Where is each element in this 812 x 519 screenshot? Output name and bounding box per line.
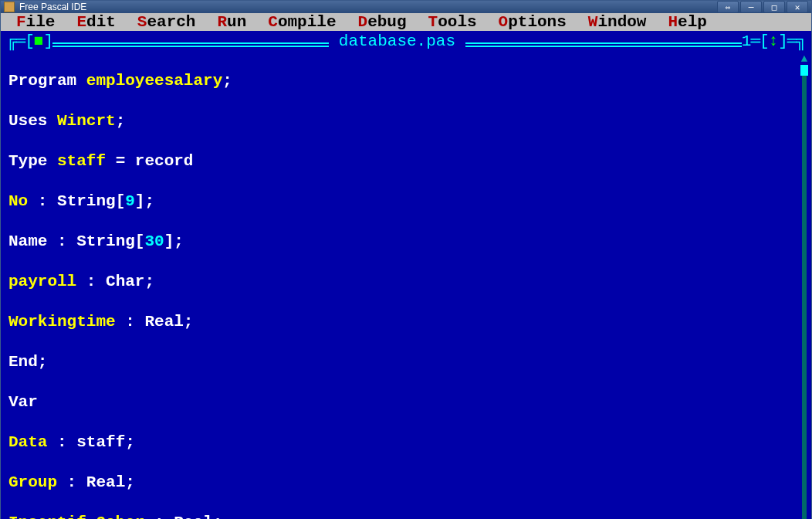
minimize-button[interactable]: ─ [740, 1, 762, 13]
restore-down-icon[interactable]: ⇔ [717, 1, 739, 13]
menu-run[interactable]: Run [206, 13, 257, 31]
code-line: Program employeesalary; [8, 71, 804, 91]
titlebar[interactable]: Free Pascal IDE ⇔ ─ □ ✕ [1, 1, 811, 13]
code-editor[interactable]: Program employeesalary; Uses Wincrt; Typ… [1, 51, 811, 519]
menu-file[interactable]: File [5, 13, 66, 31]
code-line: Type staff = record [8, 151, 804, 171]
scroll-thumb[interactable] [800, 65, 808, 76]
close-editor-icon[interactable]: ■ [34, 32, 44, 50]
editor-filename: database.pas [329, 32, 465, 50]
editor-frame: ╔═[■] database.pas 1═[↕]═╗ Program emplo… [1, 31, 811, 519]
maximize-button[interactable]: □ [763, 1, 785, 13]
code-line: Insentif,Gaber : Real; [8, 513, 804, 519]
menu-debug[interactable]: Debug [347, 13, 418, 31]
code-line: End; [8, 352, 804, 372]
code-line: Workingtime : Real; [8, 312, 804, 332]
code-line: Data : staff; [8, 432, 804, 453]
zoom-icon[interactable]: ↕ [769, 32, 779, 50]
menu-tools[interactable]: Tools [418, 13, 488, 31]
menubar: File Edit Search Run Compile Debug Tools… [1, 13, 811, 31]
scroll-up-icon[interactable]: ▲ [800, 53, 809, 63]
code-line: Name : String[30]; [8, 232, 804, 252]
menu-edit[interactable]: Edit [66, 13, 126, 31]
code-line: Group : Real; [8, 473, 804, 493]
code-line: Uses Wincrt; [8, 111, 804, 131]
menu-search[interactable]: Search [127, 13, 207, 31]
close-button[interactable]: ✕ [787, 1, 808, 13]
code-line: payroll : Char; [8, 272, 804, 292]
frame-corner: ╔═[ [7, 32, 34, 50]
app-window: Free Pascal IDE ⇔ ─ □ ✕ File Edit Search… [0, 0, 812, 519]
window-number: 1═[ [742, 32, 769, 50]
vertical-scrollbar[interactable]: ▲ [799, 53, 810, 519]
app-icon [4, 2, 15, 12]
code-line: No : String[9]; [8, 192, 804, 212]
menu-help[interactable]: Help [657, 13, 717, 31]
code-line: Var [8, 392, 804, 412]
menu-compile[interactable]: Compile [257, 13, 347, 31]
scroll-track[interactable] [802, 65, 807, 519]
editor-frame-top: ╔═[■] database.pas 1═[↕]═╗ [1, 31, 811, 51]
menu-options[interactable]: Options [488, 13, 577, 31]
window-title: Free Pascal IDE [19, 2, 86, 12]
menu-window[interactable]: Window [577, 13, 658, 31]
